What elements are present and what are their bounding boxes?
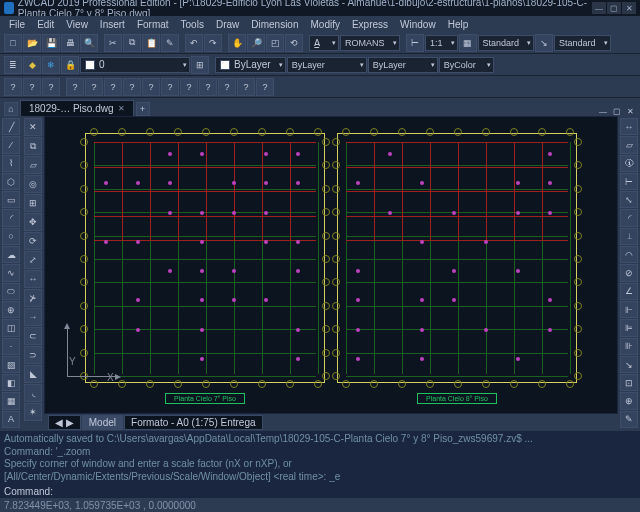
h5-icon[interactable]: ? (85, 78, 103, 96)
stretch-icon[interactable]: ↔ (24, 270, 42, 288)
dist-icon[interactable]: ↔ (620, 118, 638, 135)
h9-icon[interactable]: ? (161, 78, 179, 96)
redo-icon[interactable]: ↷ (204, 34, 222, 52)
layer-combo[interactable]: 0 (80, 57, 190, 73)
home-tab-icon[interactable]: ⌂ (4, 102, 18, 116)
fillet-icon[interactable]: ◟ (24, 384, 42, 402)
dimstyle-combo[interactable]: Standard (478, 35, 535, 51)
menu-file[interactable]: File (4, 19, 30, 30)
area-icon[interactable]: ▱ (620, 136, 638, 153)
menu-format[interactable]: Format (132, 19, 174, 30)
undo-icon[interactable]: ↶ (185, 34, 203, 52)
scale-combo[interactable]: 1:1 (425, 35, 458, 51)
insert-icon[interactable]: ⊕ (2, 301, 20, 318)
array-icon[interactable]: ⊞ (24, 194, 42, 212)
copy-icon[interactable]: ⧉ (123, 34, 141, 52)
table-icon[interactable]: ▦ (459, 34, 477, 52)
doc-tab[interactable]: 18029-… Piso.dwg ✕ (20, 100, 134, 116)
menu-insert[interactable]: Insert (95, 19, 130, 30)
pan-icon[interactable]: ✋ (228, 34, 246, 52)
explode-icon[interactable]: ✶ (24, 403, 42, 421)
lineweight-combo[interactable]: ByLayer (368, 57, 438, 73)
revcloud-icon[interactable]: ☁ (2, 246, 20, 263)
model-tab[interactable]: Model (82, 415, 123, 430)
dim-icon[interactable]: ⊢ (406, 34, 424, 52)
plot-icon[interactable]: 🖶 (61, 34, 79, 52)
tol-icon[interactable]: ⊡ (620, 374, 638, 391)
mirror-icon[interactable]: ▱ (24, 156, 42, 174)
block-icon[interactable]: ◫ (2, 319, 20, 336)
offset-icon[interactable]: ◎ (24, 175, 42, 193)
arc-icon[interactable]: ◜ (2, 209, 20, 226)
menu-edit[interactable]: Edit (32, 19, 59, 30)
close-button[interactable]: ✕ (622, 2, 636, 14)
menu-help[interactable]: Help (443, 19, 474, 30)
h11-icon[interactable]: ? (199, 78, 217, 96)
new-icon[interactable]: □ (4, 34, 22, 52)
layout-nav[interactable]: ◀ ▶ (48, 415, 81, 430)
color-combo[interactable]: ByLayer (215, 57, 286, 73)
menu-express[interactable]: Express (347, 19, 393, 30)
mtext-icon[interactable]: A (2, 411, 20, 428)
menu-window[interactable]: Window (395, 19, 441, 30)
mleader-icon[interactable]: ↘ (535, 34, 553, 52)
textstyle-combo[interactable]: A̲ (309, 35, 339, 51)
erase-icon[interactable]: ✕ (24, 118, 42, 136)
zoomprev-icon[interactable]: ⟲ (285, 34, 303, 52)
matchprop-icon[interactable]: ✎ (161, 34, 179, 52)
mdi-close-icon[interactable]: ✕ (625, 107, 636, 116)
h4-icon[interactable]: ? (66, 78, 84, 96)
point-icon[interactable]: · (2, 338, 20, 355)
hatch-icon[interactable]: ▨ (2, 356, 20, 373)
leader-icon[interactable]: ↘ (620, 356, 638, 373)
rect-icon[interactable]: ▭ (2, 191, 20, 208)
dimdia-icon[interactable]: ⊘ (620, 264, 638, 281)
region-icon[interactable]: ◧ (2, 374, 20, 391)
polygon-icon[interactable]: ⬡ (2, 173, 20, 190)
mleaderstyle-combo[interactable]: Standard (554, 35, 611, 51)
new-tab-icon[interactable]: + (136, 102, 150, 116)
h10-icon[interactable]: ? (180, 78, 198, 96)
layerlock-icon[interactable]: 🔒 (61, 56, 79, 74)
font-combo[interactable]: ROMANS (340, 35, 400, 51)
dimarc-icon[interactable]: ◜ (620, 209, 638, 226)
trim-icon[interactable]: ⊁ (24, 289, 42, 307)
xline-icon[interactable]: ∕ (2, 136, 20, 153)
cut-icon[interactable]: ✂ (104, 34, 122, 52)
close-tab-icon[interactable]: ✕ (118, 104, 125, 113)
circle-icon[interactable]: ○ (2, 228, 20, 245)
copy2-icon[interactable]: ⧉ (24, 137, 42, 155)
preview-icon[interactable]: 🔍 (80, 34, 98, 52)
menu-view[interactable]: View (61, 19, 93, 30)
layer-icon[interactable]: ≣ (4, 56, 22, 74)
layerstate-icon[interactable]: ⊞ (191, 56, 209, 74)
maximize-button[interactable]: ▢ (607, 2, 621, 14)
move-icon[interactable]: ✥ (24, 213, 42, 231)
dimcont-icon[interactable]: ⊪ (620, 338, 638, 355)
menu-dimension[interactable]: Dimension (246, 19, 303, 30)
dimali-icon[interactable]: ⤡ (620, 191, 638, 208)
menu-tools[interactable]: Tools (176, 19, 209, 30)
dimed-icon[interactable]: ✎ (620, 411, 638, 428)
table2-icon[interactable]: ▦ (2, 392, 20, 409)
h3-icon[interactable]: ? (42, 78, 60, 96)
mdi-min-icon[interactable]: — (597, 107, 609, 116)
join-icon[interactable]: ⊃ (24, 346, 42, 364)
dimrad-icon[interactable]: ◠ (620, 246, 638, 263)
h14-icon[interactable]: ? (256, 78, 274, 96)
menu-modify[interactable]: Modify (306, 19, 345, 30)
plotstyle-combo[interactable]: ByColor (439, 57, 494, 73)
dimbase-icon[interactable]: ⊫ (620, 319, 638, 336)
break-icon[interactable]: ⊂ (24, 327, 42, 345)
layout-tab-1[interactable]: Formato - A0 (1:75) Entrega (124, 415, 263, 430)
dimord-icon[interactable]: ⟂ (620, 228, 638, 245)
minimize-button[interactable]: — (592, 2, 606, 14)
chamfer-icon[interactable]: ◣ (24, 365, 42, 383)
ellipse-icon[interactable]: ⬭ (2, 283, 20, 300)
rotate-icon[interactable]: ⟳ (24, 232, 42, 250)
center-icon[interactable]: ⊕ (620, 392, 638, 409)
qdim-icon[interactable]: ⊩ (620, 301, 638, 318)
h2-icon[interactable]: ? (23, 78, 41, 96)
layeriso-icon[interactable]: ◆ (23, 56, 41, 74)
extend-icon[interactable]: → (24, 308, 42, 326)
